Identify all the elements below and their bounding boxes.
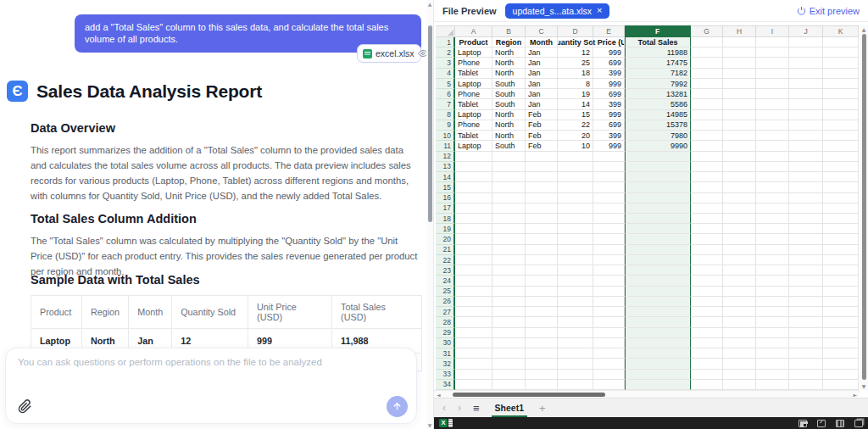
cell-G15[interactable] (691, 182, 723, 192)
cell-G13[interactable] (691, 162, 723, 172)
cell-A10[interactable]: Tablet (455, 131, 492, 141)
row-header-33[interactable]: 33 (436, 370, 455, 380)
cell-J19[interactable] (789, 224, 823, 234)
cell-C11[interactable]: Feb (526, 141, 558, 151)
cell-G12[interactable] (691, 152, 723, 162)
cell-A11[interactable]: Laptop (455, 141, 492, 151)
cell-H28[interactable] (723, 317, 756, 327)
row-header-19[interactable]: 19 (436, 224, 455, 234)
cell-B11[interactable]: South (492, 141, 526, 151)
cell-A27[interactable] (455, 307, 492, 317)
cell-G7[interactable] (691, 99, 723, 109)
cell-H4[interactable] (723, 69, 756, 79)
cell-K21[interactable] (823, 245, 859, 255)
cell-E13[interactable] (593, 162, 625, 172)
cell-J34[interactable] (789, 380, 823, 390)
cell-F5[interactable]: 7992 (625, 79, 691, 89)
cell-E3[interactable]: 699 (593, 58, 625, 68)
cell-I31[interactable] (756, 348, 789, 359)
cell-D25[interactable] (558, 287, 593, 297)
cell-E23[interactable] (593, 265, 625, 276)
row-header-13[interactable]: 13 (436, 162, 455, 172)
cell-C5[interactable]: Jan (526, 79, 558, 89)
cell-F18[interactable] (625, 214, 691, 224)
cell-B23[interactable] (492, 265, 526, 276)
file-chip[interactable]: excel.xlsx (357, 44, 421, 63)
cell-J18[interactable] (789, 214, 823, 224)
cell-A30[interactable] (455, 338, 492, 348)
cell-E8[interactable]: 999 (593, 110, 625, 120)
cell-E15[interactable] (593, 182, 625, 192)
cell-F29[interactable] (625, 328, 691, 338)
cell-A9[interactable]: Phone (455, 120, 492, 131)
cell-I19[interactable] (756, 224, 789, 234)
cell-G10[interactable] (691, 131, 723, 141)
row-header-6[interactable]: 6 (436, 89, 455, 99)
cell-E22[interactable] (593, 255, 625, 265)
cell-H20[interactable] (723, 234, 756, 244)
row-header-11[interactable]: 11 (436, 141, 455, 151)
column-header-E[interactable]: E (593, 25, 625, 37)
cell-K28[interactable] (823, 317, 859, 327)
cell-I34[interactable] (756, 380, 789, 390)
cell-H17[interactable] (723, 203, 756, 214)
cell-J16[interactable] (789, 193, 823, 203)
cell-B19[interactable] (492, 224, 526, 234)
cell-K32[interactable] (823, 359, 859, 369)
cell-I33[interactable] (756, 370, 789, 380)
cell-K33[interactable] (823, 370, 859, 380)
cell-I16[interactable] (756, 193, 789, 203)
cell-G32[interactable] (691, 359, 723, 369)
cell-K16[interactable] (823, 193, 859, 203)
row-header-21[interactable]: 21 (436, 245, 455, 255)
cell-D8[interactable]: 15 (558, 110, 593, 120)
cell-G14[interactable] (691, 172, 723, 182)
cell-G2[interactable] (691, 47, 723, 58)
row-header-24[interactable]: 24 (436, 276, 455, 286)
cell-C15[interactable] (526, 182, 558, 192)
scroll-down-icon[interactable]: ▼ (426, 422, 433, 428)
cell-I14[interactable] (756, 172, 789, 182)
cell-G11[interactable] (691, 141, 723, 151)
cell-D15[interactable] (558, 182, 593, 192)
cell-H29[interactable] (723, 328, 756, 338)
cell-A6[interactable]: Phone (455, 89, 492, 99)
cell-H24[interactable] (723, 276, 756, 286)
cell-A12[interactable] (455, 152, 492, 162)
cell-K6[interactable] (823, 89, 859, 99)
cell-K2[interactable] (823, 47, 859, 58)
cell-C33[interactable] (526, 370, 558, 380)
row-header-27[interactable]: 27 (436, 307, 455, 317)
cell-J29[interactable] (789, 328, 823, 338)
cell-C6[interactable]: Jan (526, 89, 558, 99)
cell-A14[interactable] (455, 172, 492, 182)
cell-B29[interactable] (492, 328, 526, 338)
cell-K26[interactable] (823, 297, 859, 307)
sheet-nav-prev-icon[interactable]: ‹ (442, 402, 446, 414)
cell-K1[interactable] (823, 37, 859, 47)
cell-K8[interactable] (823, 110, 859, 120)
cell-I26[interactable] (756, 297, 789, 307)
cell-D1[interactable]: Quantity Sold (558, 37, 593, 47)
cell-F23[interactable] (625, 265, 691, 276)
cell-C4[interactable]: Jan (526, 69, 558, 79)
cell-F1[interactable]: Total Sales (625, 37, 691, 47)
cell-A26[interactable] (455, 297, 492, 307)
cell-F34[interactable] (625, 380, 691, 390)
cell-K27[interactable] (823, 307, 859, 317)
cell-A5[interactable]: Laptop (455, 79, 492, 89)
cell-J27[interactable] (789, 307, 823, 317)
cell-D16[interactable] (558, 193, 593, 203)
cell-G34[interactable] (691, 380, 723, 390)
cell-J14[interactable] (789, 172, 823, 182)
cell-F12[interactable] (625, 152, 691, 162)
row-header-7[interactable]: 7 (436, 99, 455, 109)
cell-H11[interactable] (723, 141, 756, 151)
cell-E29[interactable] (593, 328, 625, 338)
v-scrollbar-thumb[interactable] (862, 34, 866, 380)
send-button[interactable] (387, 396, 408, 417)
cell-B18[interactable] (492, 214, 526, 224)
cell-I13[interactable] (756, 162, 789, 172)
cell-G25[interactable] (691, 287, 723, 297)
cell-H5[interactable] (723, 79, 756, 89)
